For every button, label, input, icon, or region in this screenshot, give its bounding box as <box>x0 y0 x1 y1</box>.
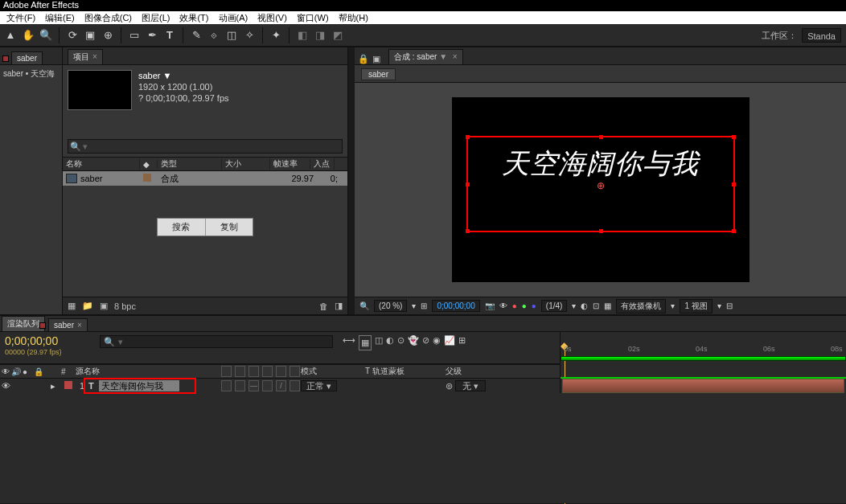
hand-tool-icon[interactable]: ✋ <box>21 28 35 43</box>
views-dropdown[interactable]: 1 视图 <box>680 299 712 313</box>
composition-canvas[interactable]: 天空海阔你与我 ⊕ <box>452 97 749 282</box>
close-icon[interactable]: × <box>92 52 97 61</box>
info-icon[interactable]: ◨ <box>335 301 343 311</box>
snapshot-icon[interactable]: 📷 <box>485 301 495 310</box>
pixel-aspect-icon[interactable]: ⊟ <box>726 301 733 310</box>
col-name[interactable]: 名称 <box>63 158 140 170</box>
work-area-bar[interactable] <box>561 356 846 361</box>
rect-tool-icon[interactable]: ▭ <box>127 28 142 43</box>
workspace-dropdown[interactable]: Standa <box>802 28 841 43</box>
guides-icon[interactable]: ▦ <box>604 301 611 310</box>
canvas-area[interactable]: 天空海阔你与我 ⊕ <box>355 83 846 297</box>
handle-icon[interactable] <box>466 182 470 186</box>
tl-toggle-1-icon[interactable]: ⟷ <box>343 335 355 350</box>
layer-row[interactable]: 👁 ▸ 1 T 天空海阔你与我 —/ 正常 ▾ ⊚ 无 ▾ <box>0 379 560 393</box>
draft3d-icon[interactable]: ◫ <box>375 335 383 350</box>
handle-icon[interactable] <box>466 135 470 139</box>
pan-behind-tool-icon[interactable]: ⊕ <box>101 28 115 43</box>
viewer-tab-name[interactable]: saber <box>417 52 437 61</box>
col-parent[interactable]: 父级 <box>446 366 502 377</box>
handle-icon[interactable] <box>466 229 470 233</box>
comp-mini-icon[interactable]: ▣ <box>372 54 380 64</box>
tl-toggle-4-icon[interactable]: ⊙ <box>397 335 405 350</box>
blend-mode-dropdown[interactable]: 正常 ▾ <box>301 380 337 391</box>
time-display[interactable]: 0;00;00;00 <box>432 300 479 312</box>
col-size[interactable]: 大小 <box>222 158 270 170</box>
search-button[interactable]: 搜索 <box>158 219 206 236</box>
col-trkmat[interactable]: T 轨道蒙板 <box>365 366 446 377</box>
menu-view[interactable]: 视图(V) <box>253 12 292 24</box>
handle-icon[interactable] <box>732 229 736 233</box>
exposure-icon[interactable]: ◐ <box>581 301 588 310</box>
col-rate[interactable]: 帧速率 <box>270 158 310 170</box>
menu-window[interactable]: 窗口(W) <box>292 12 334 24</box>
menu-anim[interactable]: 动画(A) <box>214 12 253 24</box>
misc-tool-1-icon[interactable]: ◧ <box>295 28 310 43</box>
handle-icon[interactable] <box>599 135 603 139</box>
current-time[interactable]: 0;00;00;00 00000 (29.97 fps) <box>0 332 95 363</box>
render-queue-tab[interactable]: 渲染队列 <box>7 319 39 328</box>
col-video[interactable]: 👁 <box>0 367 11 376</box>
col-type[interactable]: 类型 <box>158 158 222 170</box>
video-toggle[interactable]: 👁 <box>0 381 11 391</box>
text-bounding-box[interactable]: ⊕ <box>466 136 735 232</box>
camera-tool-icon[interactable]: ▣ <box>83 28 97 43</box>
trash-icon[interactable]: 🗑 <box>319 301 328 311</box>
effects-tab[interactable]: saber <box>17 54 37 63</box>
camera-dropdown[interactable]: 有效摄像机 <box>616 299 666 313</box>
col-solo[interactable]: ● <box>23 367 34 376</box>
handle-icon[interactable] <box>732 135 736 139</box>
eraser-tool-icon[interactable]: ◫ <box>224 28 239 43</box>
project-search[interactable]: 🔍▾ <box>68 139 343 154</box>
project-tab[interactable]: 项目 <box>73 52 89 61</box>
shy-icon[interactable]: 👻 <box>408 335 419 350</box>
col-mode[interactable]: 模式 <box>301 366 365 377</box>
channels-icon[interactable]: ● <box>512 301 517 310</box>
col-source[interactable]: 源名称 <box>76 366 220 377</box>
parent-dropdown[interactable]: 无 ▾ <box>455 380 486 391</box>
grid-icon[interactable]: ⊡ <box>593 301 599 310</box>
rotate-tool-icon[interactable]: ⟳ <box>65 28 80 43</box>
timeline-comp-tab[interactable]: saber <box>54 321 74 330</box>
handle-icon[interactable] <box>732 182 736 186</box>
parent-pickwhip-icon[interactable]: ⊚ <box>446 381 453 391</box>
anchor-point-icon[interactable]: ⊕ <box>597 180 605 188</box>
col-tag[interactable]: ◆ <box>140 160 158 169</box>
layer-duration-bar[interactable] <box>562 379 844 393</box>
menu-effect[interactable]: 效果(T) <box>175 12 213 24</box>
comp-thumbnail[interactable] <box>68 70 132 110</box>
clone-tool-icon[interactable]: ⟐ <box>207 28 221 43</box>
tl-toggle-5-icon[interactable]: ⊘ <box>422 335 429 350</box>
col-audio[interactable]: 🔊 <box>11 367 23 376</box>
col-num[interactable]: # <box>61 367 76 376</box>
graph-editor-icon[interactable]: 📈 <box>444 335 455 350</box>
interpret-icon[interactable]: ▦ <box>68 301 76 311</box>
zoom-tool-icon[interactable]: 🔍 <box>39 28 53 43</box>
pen-tool-icon[interactable]: ✒ <box>145 28 159 43</box>
close-icon[interactable]: × <box>77 321 82 330</box>
viewer-subtab[interactable]: saber <box>361 68 396 80</box>
show-snapshot-icon[interactable]: 👁 <box>499 301 507 310</box>
motion-blur-icon[interactable]: ◉ <box>433 335 441 350</box>
tl-toggle-3-icon[interactable]: ◐ <box>386 335 394 350</box>
folder-icon[interactable]: 📁 <box>82 301 93 311</box>
puppet-tool-icon[interactable]: ✦ <box>269 28 283 43</box>
misc-tool-2-icon[interactable]: ◨ <box>313 28 327 43</box>
brush-tool-icon[interactable]: ✎ <box>189 28 203 43</box>
misc-tool-3-icon[interactable]: ◩ <box>331 28 345 43</box>
comp-flowchart-icon[interactable]: ▦ <box>359 335 372 350</box>
zoom-dropdown[interactable]: (20 %) <box>374 300 407 312</box>
col-in[interactable]: 入点 <box>310 158 335 170</box>
handle-icon[interactable] <box>599 229 603 233</box>
type-tool-icon[interactable]: T <box>162 28 177 43</box>
copy-button[interactable]: 复制 <box>206 219 253 236</box>
close-icon[interactable]: × <box>453 52 458 61</box>
timeline-search[interactable]: 🔍▾ <box>100 335 333 348</box>
magnify-icon[interactable]: 🔍 <box>359 301 369 310</box>
col-lock[interactable]: 🔒 <box>34 367 45 376</box>
menu-file[interactable]: 文件(F) <box>2 12 40 24</box>
project-item[interactable]: saber 合成 29.97 0; <box>63 171 347 186</box>
time-ruler[interactable]: ◆ 0s 02s 04s 06s 08s <box>561 332 846 377</box>
timeline-tracks[interactable] <box>561 379 846 503</box>
bpc-button[interactable]: 8 bpc <box>114 301 136 311</box>
